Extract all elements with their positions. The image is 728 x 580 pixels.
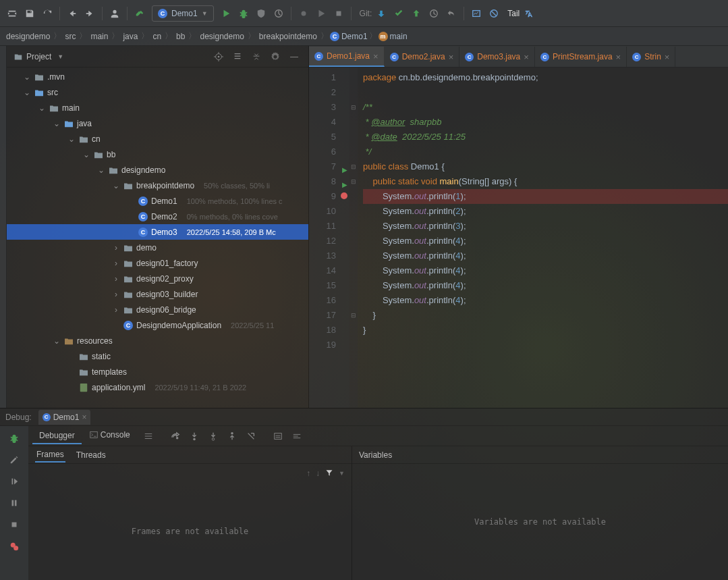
close-icon[interactable]: × — [449, 52, 454, 62]
stop-icon[interactable] — [331, 5, 347, 22]
tree-row[interactable]: templates — [7, 364, 308, 379]
tree-row[interactable]: ⌄breakpointdemo50% classes, 50% li — [7, 178, 308, 193]
tree-row[interactable]: ⌄java — [7, 115, 308, 131]
debug-icon[interactable] — [235, 5, 252, 22]
svg-rect-4 — [473, 10, 480, 16]
breadcrumb-item[interactable]: java — [121, 32, 140, 41]
step-over-icon[interactable] — [168, 429, 183, 444]
code-area[interactable]: package cn.bb.designdemo.breakpointdemo;… — [358, 68, 728, 408]
debug-config-tab[interactable]: C Demo1 × — [38, 410, 91, 425]
trace-icon[interactable] — [289, 429, 304, 444]
codepix-icon[interactable] — [468, 5, 484, 22]
editor-tab[interactable]: CDemo2.java× — [385, 47, 460, 67]
step-out-icon[interactable] — [225, 429, 240, 444]
tree-row[interactable]: application.yml2022/5/19 11:49, 21 B 202… — [7, 379, 308, 395]
breadcrumb-item[interactable]: cn — [150, 32, 163, 41]
ban-icon[interactable] — [486, 5, 502, 22]
forward-icon[interactable] — [82, 5, 98, 22]
translate-icon[interactable] — [521, 5, 537, 22]
tree-row[interactable]: ›design03_builder — [7, 286, 308, 302]
filter-icon[interactable] — [325, 468, 333, 479]
modify-icon[interactable] — [6, 452, 22, 468]
tree-row[interactable]: CDemo1100% methods, 100% lines c — [7, 193, 308, 209]
collapse-icon[interactable] — [249, 49, 264, 64]
project-panel-title[interactable]: Project ▼ — [13, 52, 207, 61]
rerun-icon[interactable] — [6, 430, 22, 446]
tree-row[interactable]: ⌄src — [7, 84, 308, 100]
breadcrumb-item[interactable]: bb — [174, 32, 187, 41]
coverage-icon[interactable] — [253, 5, 269, 22]
left-tool-strip[interactable] — [0, 46, 7, 408]
project-tree[interactable]: ⌄.mvn⌄src⌄main⌄java⌄cn⌄bb⌄designdemo⌄bre… — [7, 68, 308, 408]
profile-icon[interactable] — [271, 5, 287, 22]
attach-icon[interactable] — [296, 5, 312, 22]
eval-icon[interactable] — [271, 429, 285, 444]
breadcrumb-item[interactable]: designdemo — [4, 32, 52, 41]
editor-gutter[interactable]: 1234567▶8▶910111213141516171819 — [309, 68, 349, 408]
tree-row[interactable]: ⌄bb — [7, 147, 308, 162]
tree-row[interactable]: CDesigndemoApplication2022/5/25 11 — [7, 317, 308, 333]
run-icon[interactable] — [218, 5, 234, 22]
git-commit-icon[interactable] — [391, 5, 407, 22]
layout-icon[interactable] — [141, 429, 156, 444]
close-icon[interactable]: × — [665, 52, 670, 62]
step-into-icon[interactable] — [187, 429, 202, 444]
expand-icon[interactable] — [230, 49, 245, 64]
tree-row[interactable]: ›design02_proxy — [7, 271, 308, 286]
prev-frame-icon[interactable]: ↑ — [306, 469, 310, 478]
git-update-icon[interactable] — [373, 5, 389, 22]
back-icon[interactable] — [64, 5, 80, 22]
close-icon[interactable]: × — [82, 413, 86, 422]
tree-row[interactable]: ›design06_bridge — [7, 302, 308, 317]
save-icon[interactable] — [22, 5, 38, 22]
editor-tab[interactable]: CDemo3.java× — [459, 47, 535, 67]
tree-row[interactable]: CDemo20% methods, 0% lines cove — [7, 209, 308, 224]
close-icon[interactable]: × — [616, 52, 621, 62]
editor-tab[interactable]: CDemo1.java× — [309, 47, 385, 67]
fold-strip[interactable]: ⊟⊟⊟⊟ — [349, 68, 358, 408]
tree-row[interactable]: ⌄designdemo — [7, 162, 308, 178]
refresh-icon[interactable] — [39, 5, 55, 22]
frames-tab[interactable]: Frames — [35, 448, 65, 463]
run-config-dropdown[interactable]: C Demo1 ▼ — [152, 5, 214, 22]
breadcrumb-class[interactable]: CDemo1 — [330, 32, 368, 41]
close-icon[interactable]: × — [373, 51, 379, 61]
play2-icon[interactable] — [313, 5, 329, 22]
tree-row[interactable]: CDemo32022/5/25 14:58, 209 B Mc — [7, 224, 308, 240]
breadcrumb-item[interactable]: src — [63, 32, 78, 41]
breadcrumb-item[interactable]: breakpointdemo — [257, 32, 319, 41]
breakpoints-icon[interactable] — [6, 538, 22, 554]
stop2-icon[interactable] — [6, 517, 22, 533]
tree-row[interactable]: ⌄resources — [7, 333, 308, 348]
tree-row[interactable]: ›demo — [7, 240, 308, 255]
hammer-icon[interactable] — [132, 5, 148, 22]
editor-tab[interactable]: CStrin× — [627, 47, 675, 67]
tree-row[interactable]: static — [7, 348, 308, 364]
drop-frame-icon[interactable] — [244, 429, 258, 444]
breadcrumb-item[interactable]: designdemo — [198, 32, 246, 41]
debugger-tab[interactable]: Debugger — [32, 428, 82, 444]
git-push-icon[interactable] — [408, 5, 424, 22]
tree-row[interactable]: ⌄.mvn — [7, 69, 308, 84]
editor-tab[interactable]: CPrintStream.java× — [535, 47, 627, 67]
tree-row[interactable]: ›design01_factory — [7, 255, 308, 271]
threads-tab[interactable]: Threads — [75, 448, 107, 462]
git-history-icon[interactable] — [426, 5, 442, 22]
open-icon[interactable] — [4, 5, 20, 22]
locate-icon[interactable] — [211, 49, 226, 64]
resume-icon[interactable] — [6, 473, 22, 490]
hide-icon[interactable]: — — [287, 49, 302, 64]
breadcrumb-item[interactable]: main — [88, 32, 110, 41]
frame-dropdown-icon[interactable]: ▼ — [339, 470, 345, 477]
tree-row[interactable]: ⌄cn — [7, 131, 308, 147]
user-icon[interactable] — [107, 5, 123, 22]
force-step-icon[interactable] — [206, 429, 221, 444]
next-frame-icon[interactable]: ↓ — [316, 469, 320, 478]
console-tab[interactable]: Console — [83, 427, 137, 444]
pause-icon[interactable] — [6, 495, 22, 511]
tree-row[interactable]: ⌄main — [7, 100, 308, 115]
breadcrumb-method[interactable]: mmain — [379, 32, 408, 41]
settings-icon[interactable] — [268, 49, 283, 64]
git-undo-icon[interactable] — [443, 5, 459, 22]
close-icon[interactable]: × — [524, 52, 529, 62]
